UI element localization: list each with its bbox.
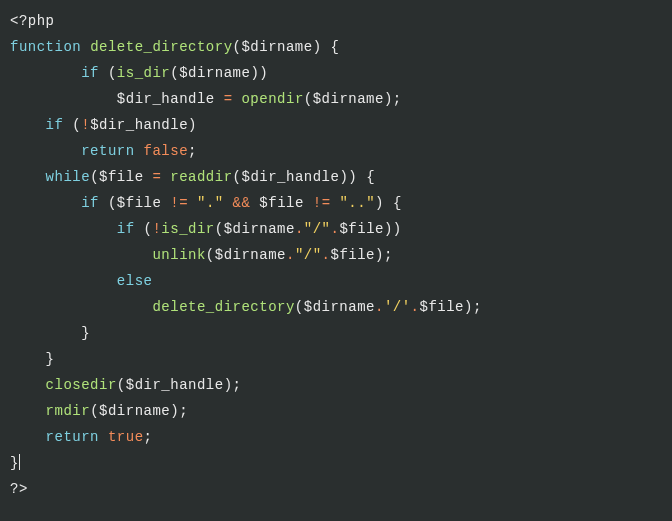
- kw-function: function: [10, 39, 81, 55]
- text-cursor: [19, 454, 20, 470]
- str-dot: ".": [197, 195, 224, 211]
- php-close-tag: ?>: [10, 481, 28, 497]
- fn-delete-directory: delete_directory: [90, 39, 232, 55]
- kw-if: if: [81, 65, 99, 81]
- php-code-block: <?php function delete_directory($dirname…: [0, 0, 672, 510]
- var-file: $file: [99, 169, 144, 185]
- kw-else: else: [117, 273, 153, 289]
- str-dotdot: "..": [339, 195, 375, 211]
- fn-unlink: unlink: [152, 247, 205, 263]
- bool-true: true: [108, 429, 144, 445]
- fn-rmdir: rmdir: [46, 403, 91, 419]
- var-dirname: $dirname: [241, 39, 312, 55]
- fn-readdir: readdir: [170, 169, 232, 185]
- kw-while: while: [46, 169, 91, 185]
- str-slash-sq: '/': [384, 299, 411, 315]
- kw-return: return: [81, 143, 134, 159]
- php-open-tag: <?php: [10, 13, 55, 29]
- bool-false: false: [144, 143, 189, 159]
- fn-is-dir: is_dir: [117, 65, 170, 81]
- fn-opendir: opendir: [241, 91, 303, 107]
- var-dir-handle: $dir_handle: [117, 91, 215, 107]
- fn-closedir: closedir: [46, 377, 117, 393]
- str-slash: "/": [304, 221, 331, 237]
